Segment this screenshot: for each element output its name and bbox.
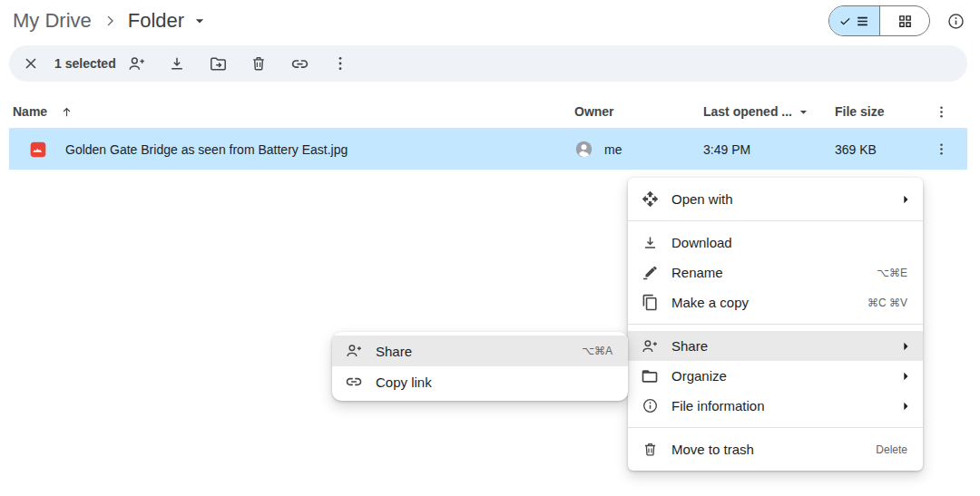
- person-add-icon: [640, 337, 660, 355]
- selection-toolbar: 1 selected: [9, 45, 967, 82]
- menu-item-organize[interactable]: Organize: [628, 361, 923, 391]
- menu-item-download[interactable]: Download: [628, 228, 923, 258]
- folder-open-icon: [640, 367, 660, 385]
- share-button[interactable]: [116, 45, 157, 82]
- grid-view-button[interactable]: [879, 6, 929, 35]
- submenu-item-share[interactable]: Share ⌥⌘A: [332, 336, 628, 366]
- more-actions-button[interactable]: [320, 45, 361, 82]
- list-view-button[interactable]: [829, 6, 879, 35]
- info-circle-icon: [640, 397, 660, 414]
- download-icon: [168, 54, 186, 73]
- menu-item-shortcut: ⌥⌘E: [877, 267, 907, 279]
- submenu-arrow-icon: [897, 337, 915, 355]
- pencil-icon: [640, 264, 660, 281]
- column-header-file-size[interactable]: File size: [835, 104, 884, 119]
- close-selection-button[interactable]: [16, 49, 45, 78]
- more-vert-icon: [331, 54, 349, 73]
- breadcrumb: My Drive Folder: [0, 0, 980, 33]
- submenu-item-copy-link[interactable]: Copy link: [332, 366, 628, 397]
- owner-avatar: [574, 140, 593, 159]
- submenu-arrow-icon: [897, 367, 915, 385]
- sort-dropdown-caret-icon[interactable]: [796, 104, 811, 120]
- trash-icon: [250, 54, 268, 73]
- menu-item-share[interactable]: Share: [628, 331, 923, 361]
- submenu-arrow-icon: [897, 190, 915, 209]
- folder-dropdown-caret-icon[interactable]: [191, 12, 209, 30]
- link-icon: [290, 54, 309, 73]
- check-icon: [838, 15, 852, 28]
- last-opened-value: 3:49 PM: [703, 142, 750, 157]
- column-header-name[interactable]: Name: [13, 104, 47, 119]
- view-toggle: [828, 5, 930, 36]
- menu-item-shortcut: ⌘C ⌘V: [867, 297, 907, 309]
- header-more-vert-icon[interactable]: [934, 104, 949, 120]
- menu-item-label: Move to trash: [671, 442, 876, 457]
- share-submenu: Share ⌥⌘A Copy link: [332, 332, 628, 401]
- menu-item-open-with[interactable]: Open with: [628, 184, 923, 214]
- close-icon: [22, 54, 40, 73]
- row-more-vert-icon[interactable]: [934, 141, 949, 157]
- menu-item-file-information[interactable]: File information: [628, 391, 923, 421]
- folder-move-icon: [209, 54, 228, 73]
- list-view-icon: [855, 14, 870, 29]
- details-info-button[interactable]: [946, 12, 965, 31]
- move-button[interactable]: [198, 45, 239, 82]
- image-file-icon: [29, 141, 47, 159]
- file-row[interactable]: Golden Gate Bridge as seen from Battery …: [9, 129, 967, 170]
- menu-item-shortcut: ⌥⌘A: [582, 345, 612, 357]
- column-header-owner[interactable]: Owner: [574, 104, 614, 119]
- link-icon: [344, 373, 364, 391]
- menu-item-label: Download: [671, 235, 923, 250]
- menu-item-label: Make a copy: [671, 295, 867, 310]
- copy-link-button[interactable]: [279, 45, 320, 82]
- grid-view-icon: [897, 14, 913, 29]
- context-menu: Open with Download Rename ⌥⌘E Make a cop…: [628, 178, 923, 471]
- menu-item-shortcut: Delete: [876, 443, 907, 456]
- menu-item-label: Share: [376, 344, 582, 359]
- file-list-header: Name Owner Last opened ... File size: [9, 95, 967, 129]
- selected-count-label: 1 selected: [54, 56, 116, 71]
- menu-item-label: Rename: [671, 265, 877, 280]
- copy-icon: [640, 294, 660, 311]
- person-add-icon: [127, 54, 146, 73]
- menu-item-label: Share: [671, 338, 897, 354]
- download-button[interactable]: [157, 45, 198, 82]
- menu-item-label: Organize: [671, 368, 897, 384]
- chevron-right-icon: [102, 13, 118, 29]
- column-header-last-opened[interactable]: Last opened ...: [703, 104, 792, 119]
- breadcrumb-folder[interactable]: Folder: [128, 9, 184, 33]
- open-with-icon: [640, 190, 660, 208]
- download-icon: [640, 234, 660, 251]
- menu-item-rename[interactable]: Rename ⌥⌘E: [628, 258, 923, 287]
- menu-item-make-a-copy[interactable]: Make a copy ⌘C ⌘V: [628, 287, 923, 317]
- person-add-icon: [344, 342, 364, 360]
- submenu-arrow-icon: [897, 397, 915, 415]
- menu-item-move-to-trash[interactable]: Move to trash Delete: [628, 434, 923, 464]
- menu-item-label: Copy link: [376, 374, 628, 390]
- file-size-value: 369 KB: [835, 142, 877, 157]
- breadcrumb-my-drive[interactable]: My Drive: [13, 9, 92, 33]
- trash-icon: [640, 441, 660, 458]
- file-name: Golden Gate Bridge as seen from Battery …: [65, 142, 348, 157]
- owner-label: me: [604, 142, 622, 157]
- menu-item-label: File information: [671, 398, 897, 413]
- trash-button[interactable]: [239, 45, 279, 82]
- sort-ascending-icon[interactable]: [60, 105, 74, 119]
- menu-item-label: Open with: [671, 191, 897, 207]
